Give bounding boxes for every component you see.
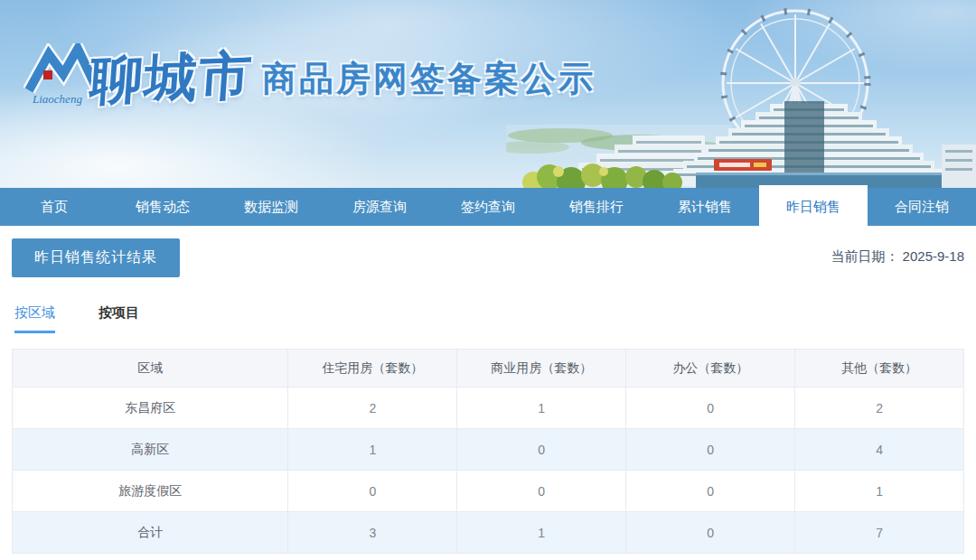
main-navbar: 首页 销售动态 数据监测 房源查询 签约查询 销售排行 累计销售 昨日销售 合同…	[0, 188, 976, 226]
building-main-icon	[664, 101, 976, 188]
header-office: 办公（套数）	[626, 350, 795, 387]
cell-commercial: 1	[457, 387, 626, 429]
cell-residential: 3	[288, 512, 457, 554]
table-header-row: 区域 住宅用房（套数） 商业用房（套数） 办公（套数） 其他（套数）	[13, 350, 964, 387]
page-title: 昨日销售统计结果	[12, 238, 180, 277]
current-date-label: 当前日期：	[831, 248, 898, 264]
nav-item-contract-search[interactable]: 签约查询	[434, 188, 542, 226]
site-name: 聊城市	[88, 41, 256, 117]
sales-statistics-table: 区域 住宅用房（套数） 商业用房（套数） 办公（套数） 其他（套数） 东昌府区 …	[12, 349, 964, 554]
site-banner: Liaocheng 聊城市 商品房网签备案公示	[0, 0, 976, 188]
nav-item-data-monitor[interactable]: 数据监测	[217, 188, 325, 226]
cell-other: 7	[795, 512, 964, 554]
view-tabs: 按区域 按项目	[12, 304, 964, 333]
table-row: 旅游度假区 0 0 0 1	[13, 471, 964, 512]
cell-commercial: 0	[457, 429, 626, 471]
nav-item-sales-dynamics[interactable]: 销售动态	[108, 188, 217, 226]
cell-region: 合计	[13, 512, 288, 554]
cell-office: 0	[626, 471, 795, 512]
nav-item-contract-cancel[interactable]: 合同注销	[868, 188, 976, 226]
cell-region: 高新区	[13, 429, 288, 471]
cell-other: 4	[795, 429, 964, 471]
table-row-total: 合计 3 1 0 7	[13, 512, 964, 554]
logo-red-square-icon	[43, 70, 52, 79]
nav-item-yesterday-sales[interactable]: 昨日销售	[759, 185, 868, 229]
cell-residential: 1	[288, 429, 457, 471]
header-commercial: 商业用房（套数）	[457, 350, 626, 387]
tab-by-region[interactable]: 按区域	[14, 304, 55, 333]
cell-office: 0	[626, 387, 795, 429]
logo-script-text: Liaocheng	[32, 92, 82, 106]
nav-item-sales-ranking[interactable]: 销售排行	[542, 188, 651, 226]
building-red-sign-icon	[714, 159, 772, 171]
cell-region: 东昌府区	[13, 387, 288, 429]
current-date: 当前日期： 2025-9-18	[831, 248, 964, 266]
nav-item-home[interactable]: 首页	[0, 188, 108, 226]
cell-office: 0	[626, 512, 795, 554]
site-subtitle: 商品房网签备案公示	[262, 56, 596, 102]
table-row: 东昌府区 2 1 0 2	[13, 387, 964, 429]
cell-residential: 0	[288, 471, 457, 512]
cell-other: 1	[795, 471, 964, 512]
cell-region: 旅游度假区	[13, 471, 288, 512]
tab-by-project[interactable]: 按项目	[99, 304, 139, 333]
cell-commercial: 1	[457, 512, 626, 554]
nav-item-cumulative-sales[interactable]: 累计销售	[651, 188, 759, 226]
nav-item-listing-search[interactable]: 房源查询	[325, 188, 434, 226]
table-row: 高新区 1 0 0 4	[13, 429, 964, 471]
cell-commercial: 0	[457, 471, 626, 512]
header-region: 区域	[13, 350, 288, 387]
header-residential: 住宅用房（套数）	[288, 350, 457, 387]
cell-other: 2	[795, 387, 964, 429]
cell-office: 0	[626, 429, 795, 471]
cell-residential: 2	[288, 387, 457, 429]
header-other: 其他（套数）	[795, 350, 964, 387]
current-date-value: 2025-9-18	[903, 248, 964, 264]
main-content: 昨日销售统计结果 当前日期： 2025-9-18 按区域 按项目 区域 住宅用房…	[0, 226, 976, 554]
